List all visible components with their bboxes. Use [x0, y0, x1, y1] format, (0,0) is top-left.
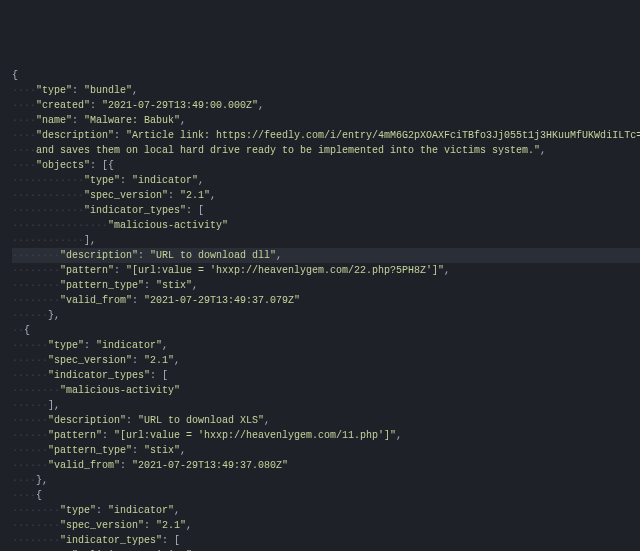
- code-line: ············"spec_version": "2.1",: [12, 188, 640, 203]
- code-line: ··{: [12, 323, 640, 338]
- code-line: ····},: [12, 473, 640, 488]
- code-line: ······"description": "URL to download XL…: [12, 413, 640, 428]
- code-line: ······"spec_version": "2.1",: [12, 353, 640, 368]
- code-line: {: [12, 68, 640, 83]
- code-line: ········"pattern": "[url:value = 'hxxp:/…: [12, 263, 640, 278]
- code-line: ········"valid_from": "2021-07-29T13:49:…: [12, 293, 640, 308]
- code-line: ····{: [12, 488, 640, 503]
- code-line: ········"type": "indicator",: [12, 503, 640, 518]
- code-line: ········"description": "URL to download …: [12, 248, 640, 263]
- code-line: ········"indicator_types": [: [12, 533, 640, 548]
- code-line: ······"valid_from": "2021-07-29T13:49:37…: [12, 458, 640, 473]
- code-line: ····"description": "Article link: https:…: [12, 128, 640, 143]
- code-line: ············"indicator_types": [: [12, 203, 640, 218]
- code-line: ················"malicious-activity": [12, 218, 640, 233]
- code-line: ········"malicious-activity": [12, 383, 640, 398]
- code-line: ············"type": "indicator",: [12, 173, 640, 188]
- code-line: ······"pattern_type": "stix",: [12, 443, 640, 458]
- code-line: ········"pattern_type": "stix",: [12, 278, 640, 293]
- code-line: ······],: [12, 398, 640, 413]
- code-line: ······"pattern": "[url:value = 'hxxp://h…: [12, 428, 640, 443]
- code-line: ····"name": "Malware: Babuk",: [12, 113, 640, 128]
- code-line: ····and saves them on local hard drive r…: [12, 143, 640, 158]
- code-line: ····"created": "2021-07-29T13:49:00.000Z…: [12, 98, 640, 113]
- code-line: ······"type": "indicator",: [12, 338, 640, 353]
- code-line: ········"spec_version": "2.1",: [12, 518, 640, 533]
- code-line: ············],: [12, 233, 640, 248]
- code-line: ····"type": "bundle",: [12, 83, 640, 98]
- code-viewer: {····"type": "bundle",····"created": "20…: [12, 68, 640, 551]
- code-line: ····"objects": [{: [12, 158, 640, 173]
- code-line: ······},: [12, 308, 640, 323]
- code-line: ······"indicator_types": [: [12, 368, 640, 383]
